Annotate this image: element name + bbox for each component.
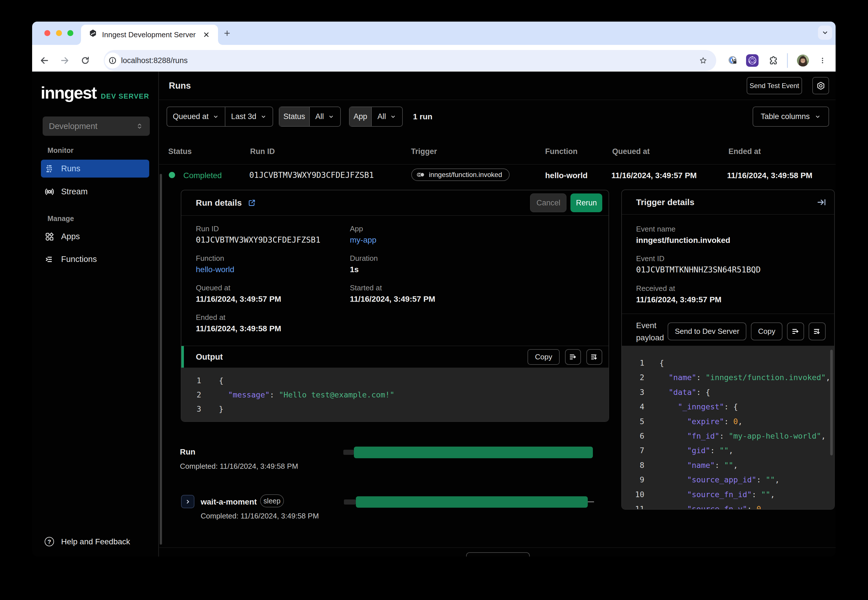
purple-extension-icon[interactable]: [745, 54, 759, 67]
password-manager-extension-icon[interactable]: [728, 56, 737, 65]
table-columns-button[interactable]: Table columns: [753, 106, 829, 127]
chevron-down-icon: [814, 114, 821, 120]
output-copy-button[interactable]: Copy: [528, 349, 560, 365]
field-value: 11/16/2024, 3:49:58 PM: [196, 324, 281, 333]
gear-icon: [816, 81, 826, 90]
main-content: Runs Send Test Event Queued at Last 3d: [159, 71, 836, 556]
step-expand-button[interactable]: [181, 495, 194, 508]
output-nowrap-button[interactable]: [565, 349, 581, 365]
page-header: Runs Send Test Event: [159, 71, 836, 100]
forward-button[interactable]: [60, 56, 70, 65]
field-value: 01JCVBTMTKNHNHZ3SN64R51BQD: [636, 266, 760, 274]
timeline-run-label[interactable]: Run: [180, 447, 195, 456]
output-expand-button[interactable]: [586, 349, 602, 365]
new-tab-button[interactable]: [223, 29, 231, 37]
profile-avatar[interactable]: [797, 55, 809, 67]
bottom-divider: [159, 547, 836, 548]
traffic-light-minimize-button[interactable]: [56, 30, 62, 36]
field-label: Started at: [350, 284, 435, 291]
field-event-id: Event ID 01JCVBTMTKNHNHZ3SN64R51BQD: [636, 255, 760, 274]
event-payload-code-block[interactable]: 1{2 "name": "inngest/function.invoked",3…: [622, 346, 834, 509]
output-code-block[interactable]: 1{2 "message": "Hello test@example.com!"…: [181, 368, 609, 421]
sort-field-value: Queued at: [173, 112, 209, 121]
reload-button[interactable]: [80, 56, 90, 65]
output-title: Output: [196, 352, 223, 362]
payload-expand-button[interactable]: [809, 323, 826, 340]
extensions-puzzle-icon[interactable]: [768, 56, 778, 65]
app-link[interactable]: my-app: [350, 236, 376, 244]
timeline-run-completed: Completed: 11/16/2024, 3:49:58 PM: [180, 462, 298, 471]
toolbar-separator: [787, 53, 788, 68]
app-filter-label: App: [350, 107, 371, 126]
settings-gear-button[interactable]: [812, 77, 829, 94]
field-received-at: Received at 11/16/2024, 3:49:57 PM: [636, 285, 721, 304]
time-range-dropdown[interactable]: Last 3d: [225, 107, 273, 126]
scroll-to-bottom-icon: [590, 353, 599, 361]
traffic-light-zoom-button[interactable]: [67, 30, 73, 36]
row-ended-at: 11/16/2024, 3:49:58 PM: [727, 171, 812, 180]
main-scrollbar-thumb[interactable]: [160, 174, 162, 545]
code-line: 8 "name": "",: [622, 458, 834, 473]
timeline-step-name[interactable]: wait-a-moment: [201, 497, 257, 506]
runs-icon: [45, 164, 54, 174]
table-columns-label: Table columns: [760, 112, 810, 121]
browser-toolbar: localhost:8288/runs: [32, 45, 836, 71]
field-label: Event ID: [636, 255, 760, 262]
column-header-status[interactable]: Status: [168, 147, 192, 156]
traffic-light-close-button[interactable]: [44, 30, 50, 36]
sort-field-dropdown[interactable]: Queued at: [167, 107, 225, 126]
sidebar-section-monitor: Monitor: [47, 146, 74, 155]
page-title: Runs: [169, 71, 191, 100]
help-and-feedback[interactable]: ? Help and Feedback: [45, 537, 130, 546]
environment-select-value: Development: [49, 121, 97, 131]
row-run-id[interactable]: 01JCVBTMV3WXY9D3CFDEJFZSB1: [249, 170, 374, 180]
send-to-dev-server-button[interactable]: Send to Dev Server: [668, 323, 747, 340]
browser-tab-strip: Inngest Development Server: [32, 21, 836, 45]
field-duration: Duration 1s: [350, 255, 378, 274]
browser-menu-kebab-icon[interactable]: [819, 56, 826, 65]
payload-nowrap-button[interactable]: [787, 323, 804, 340]
url-text[interactable]: localhost:8288/runs: [121, 50, 188, 71]
collapse-panel-icon[interactable]: [816, 197, 826, 207]
column-header-queued-at[interactable]: Queued at: [612, 147, 650, 156]
partially-visible-button[interactable]: [466, 552, 530, 556]
send-test-event-button[interactable]: Send Test Event: [747, 77, 802, 94]
timeline-run-bar[interactable]: [354, 447, 593, 458]
timeline-step-queue-segment: [344, 499, 356, 505]
function-link[interactable]: hello-world: [196, 265, 234, 274]
row-function[interactable]: hello-world: [545, 171, 587, 180]
rerun-button[interactable]: Rerun: [571, 194, 602, 212]
run-count: 1 run: [413, 106, 432, 127]
external-link-icon[interactable]: [247, 198, 256, 207]
column-header-run-id[interactable]: Run ID: [250, 147, 275, 156]
status-filter-dropdown[interactable]: All: [309, 107, 340, 126]
sidebar-item-runs[interactable]: Runs: [41, 160, 149, 177]
back-button[interactable]: [39, 56, 49, 65]
sidebar-item-stream[interactable]: Stream: [41, 183, 149, 201]
chevron-down-icon: [390, 114, 396, 120]
environment-select[interactable]: Development: [42, 117, 150, 136]
sidebar-item-functions[interactable]: Functions: [41, 250, 149, 268]
browser-tab[interactable]: Inngest Development Server: [81, 25, 218, 45]
column-header-function[interactable]: Function: [545, 147, 578, 156]
site-info-icon[interactable]: [109, 56, 117, 65]
app-filter-group: App All: [349, 106, 403, 127]
field-label: Function: [196, 255, 234, 262]
tab-search-chevron-button[interactable]: [818, 26, 832, 40]
trigger-details-header: Trigger details: [622, 190, 834, 215]
column-header-trigger[interactable]: Trigger: [411, 147, 437, 156]
step-kind-badge: sleep: [260, 494, 284, 508]
cancel-button[interactable]: Cancel: [530, 194, 566, 212]
address-bar[interactable]: localhost:8288/runs: [104, 50, 716, 71]
payload-copy-button[interactable]: Copy: [751, 323, 783, 340]
app-filter-dropdown[interactable]: All: [371, 107, 402, 126]
timeline-step-bar[interactable]: [356, 496, 588, 508]
tab-close-icon[interactable]: [203, 31, 210, 38]
event-icon: [416, 171, 426, 178]
column-header-ended-at[interactable]: Ended at: [728, 147, 761, 156]
sidebar-item-apps[interactable]: Apps: [41, 227, 149, 245]
bookmark-star-icon[interactable]: [699, 56, 708, 65]
trigger-pill[interactable]: inngest/function.invoked: [411, 168, 510, 181]
payload-scrollbar-thumb[interactable]: [830, 350, 833, 455]
field-label: Duration: [350, 255, 378, 262]
